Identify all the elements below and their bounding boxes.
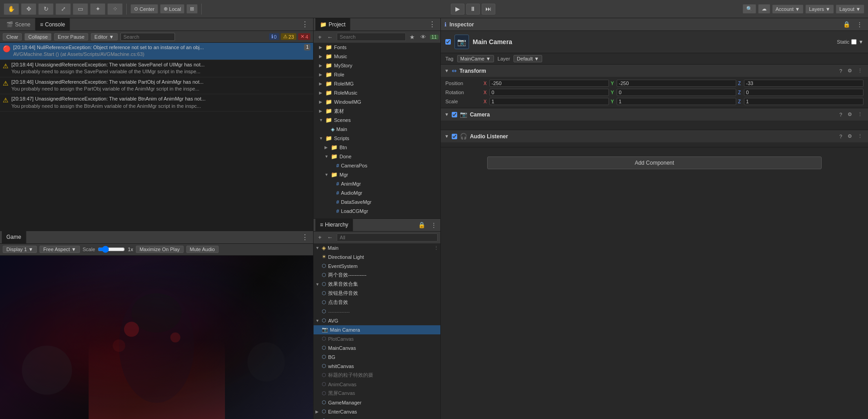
- project-search-input[interactable]: [337, 33, 406, 41]
- hierarchy-back-btn[interactable]: ←: [325, 233, 335, 242]
- scale-z-input[interactable]: [744, 98, 863, 105]
- tab-project[interactable]: 📁 Project: [315, 18, 350, 31]
- tree-item-music[interactable]: ▶ 📁 Music: [314, 52, 440, 61]
- inspector-menu-btn[interactable]: ⋮: [855, 20, 864, 29]
- editor-button[interactable]: Editor ▼: [91, 33, 118, 40]
- h-item-whitcanvas[interactable]: ⬡ whitCanvas: [314, 362, 440, 371]
- play-button[interactable]: ▶: [451, 4, 464, 15]
- inspector-lock-btn[interactable]: 🔒: [841, 20, 852, 29]
- rotation-z-input[interactable]: [744, 89, 863, 96]
- tree-item-audiomgr[interactable]: # AudioMgr: [314, 188, 440, 197]
- h-item-effects-group[interactable]: ▼ ⬡ 效果音效合集: [314, 280, 440, 289]
- move-tool-btn[interactable]: ✥: [21, 3, 36, 15]
- clear-button[interactable]: Clear: [3, 33, 22, 40]
- scale-tool-btn[interactable]: ⤢: [55, 3, 71, 15]
- layers-btn[interactable]: Layers ▼: [805, 5, 834, 14]
- scale-x-input[interactable]: [489, 98, 609, 105]
- transform-header[interactable]: ▼ ⇔ Transform ? ⚙ ⋮: [441, 65, 868, 77]
- transform-settings-btn[interactable]: ⚙: [846, 67, 854, 75]
- h-item-entercanvas[interactable]: ▶ ⬡ EnterCanvas: [314, 407, 440, 416]
- hand-tool-btn[interactable]: ✋: [4, 3, 19, 15]
- tree-item-roleimg[interactable]: ▶ 📁 RoleIMG: [314, 79, 440, 88]
- camera-help-btn[interactable]: ?: [838, 111, 844, 118]
- position-y-input[interactable]: [617, 80, 736, 87]
- hierarchy-search-input[interactable]: [337, 233, 438, 242]
- step-button[interactable]: ⏭: [482, 4, 495, 15]
- transform-menu-btn[interactable]: ⋮: [856, 67, 864, 75]
- rotation-x-input[interactable]: [489, 89, 609, 96]
- h-item-loadcgmanager[interactable]: ⬡ LoadCGManager: [314, 416, 440, 419]
- game-panel-menu[interactable]: ⋮: [299, 233, 311, 242]
- position-z-input[interactable]: [744, 80, 863, 87]
- audio-listener-help-btn[interactable]: ?: [838, 132, 844, 140]
- tree-item-fonts[interactable]: ▶ 📁 Fonts: [314, 43, 440, 52]
- audio-listener-settings-btn[interactable]: ⚙: [846, 132, 854, 140]
- local-btn[interactable]: ⊕ Local: [160, 4, 185, 14]
- custom-tool-btn[interactable]: ⁘: [107, 3, 123, 15]
- collab-icon-btn[interactable]: 🔍: [743, 4, 756, 14]
- error-badge[interactable]: ✕ 4: [298, 33, 310, 40]
- h-item-main-camera[interactable]: 📷 Main Camera: [314, 325, 440, 334]
- scale-slider[interactable]: [98, 246, 125, 253]
- h-item-plotcanvas[interactable]: ⬡ PlotCanvas: [314, 334, 440, 343]
- display-dropdown[interactable]: Display 1 ▼: [3, 246, 37, 253]
- warning-badge[interactable]: ⚠ 23: [281, 33, 296, 40]
- h-item-audio-group[interactable]: ⬡ 两个音效-----------: [314, 271, 440, 280]
- transform-tool-btn[interactable]: ✦: [90, 3, 105, 15]
- tree-item-rolemusic[interactable]: ▶ 📁 RoleMusic: [314, 88, 440, 97]
- h-item-main[interactable]: ▼ ◈ Main ⋮: [314, 243, 440, 252]
- h-item-animcanvas[interactable]: ⬡ AnimCanvas: [314, 380, 440, 389]
- h-item-hover-sfx[interactable]: ⬡ 按钮悬停音效: [314, 289, 440, 298]
- log-entry[interactable]: 🔴 [20:18:44] NullReferenceException: Obj…: [0, 43, 313, 60]
- camera-menu-btn[interactable]: ⋮: [856, 111, 864, 118]
- tab-game[interactable]: Game: [2, 231, 26, 243]
- tree-item-scripts[interactable]: ▼ 📁 Scripts: [314, 134, 440, 143]
- static-checkbox[interactable]: [851, 39, 857, 45]
- star-btn[interactable]: ★: [408, 33, 417, 41]
- layout-btn[interactable]: Layout ▼: [836, 5, 864, 14]
- layer-dropdown[interactable]: Default ▼: [514, 55, 542, 62]
- error-pause-button[interactable]: Error Pause: [54, 33, 88, 40]
- position-x-input[interactable]: [489, 80, 609, 87]
- tree-item-mgr[interactable]: ▼ 📁 Mgr: [314, 170, 440, 179]
- mute-btn[interactable]: Mute Audio: [186, 246, 219, 253]
- aspect-dropdown[interactable]: Free Aspect ▼: [40, 246, 80, 253]
- h-item-directional-light[interactable]: ☀ Directional Light: [314, 252, 440, 262]
- tag-dropdown[interactable]: MainCame ▼: [457, 55, 494, 62]
- h-item-eventsystem[interactable]: ⬡ EventSystem: [314, 262, 440, 271]
- back-btn[interactable]: ←: [325, 33, 335, 41]
- h-item-bg[interactable]: ⬡ BG: [314, 353, 440, 362]
- h-item-gamemanager[interactable]: ⬡ GameManager: [314, 398, 440, 407]
- log-entry[interactable]: ⚠ [20:18:47] UnassignedReferenceExceptio…: [0, 94, 313, 111]
- rotate-tool-btn[interactable]: ↻: [38, 3, 54, 15]
- cloud-btn[interactable]: ☁: [758, 4, 770, 14]
- console-search-input[interactable]: [120, 33, 175, 41]
- project-panel-menu[interactable]: ⋮: [426, 20, 439, 29]
- project-tree[interactable]: ▶ 📁 Fonts ▶ 📁 Music ▶ 📁 MyStory ▶ 📁: [314, 43, 440, 218]
- hierarchy-tree[interactable]: ▼ ◈ Main ⋮ ☀ Directional Light ⬡ EventSy…: [314, 243, 440, 419]
- h-item-blackcanvas[interactable]: ⬡ 黑屏Canvas: [314, 389, 440, 398]
- tab-hierarchy[interactable]: ≡ Hierarchy: [315, 218, 353, 231]
- collapse-button[interactable]: Collapse: [25, 33, 51, 40]
- info-badge[interactable]: ℹ 0: [269, 33, 279, 40]
- account-btn[interactable]: Account ▼: [772, 5, 804, 14]
- tab-scene[interactable]: 🎬 Scene: [2, 18, 35, 31]
- tree-item-material[interactable]: ▶ 📁 素材: [314, 106, 440, 116]
- tree-item-scenes[interactable]: ▼ 📁 Scenes: [314, 116, 440, 125]
- tree-item-datasavemgr[interactable]: # DataSaveMgr: [314, 197, 440, 207]
- center-btn[interactable]: ⊙ Center: [130, 4, 158, 14]
- pause-button[interactable]: ⏸: [466, 4, 480, 15]
- eye-btn[interactable]: 👁: [419, 33, 428, 41]
- camera-active-checkbox[interactable]: [452, 112, 457, 117]
- tree-item-loadcgmgr[interactable]: # LoadCGMgr: [314, 207, 440, 216]
- tree-item-mystory[interactable]: ▶ 📁 MyStory: [314, 61, 440, 70]
- log-entry[interactable]: ⚠ [20:18:46] UnassignedReferenceExceptio…: [0, 77, 313, 95]
- rotation-y-input[interactable]: [617, 89, 736, 96]
- camera-settings-btn[interactable]: ⚙: [846, 111, 854, 118]
- audio-listener-header[interactable]: ▼ 🎧 Audio Listener ? ⚙ ⋮: [441, 130, 868, 142]
- log-entry[interactable]: ⚠ [20:18:44] UnassignedReferenceExceptio…: [0, 60, 313, 77]
- audio-listener-active-checkbox[interactable]: [452, 134, 457, 139]
- tree-item-role[interactable]: ▶ 📁 Role: [314, 70, 440, 79]
- h-item-maincanvas[interactable]: ⬡ MainCanvas: [314, 343, 440, 353]
- tree-item-uimgr[interactable]: # UIMgr: [314, 216, 440, 218]
